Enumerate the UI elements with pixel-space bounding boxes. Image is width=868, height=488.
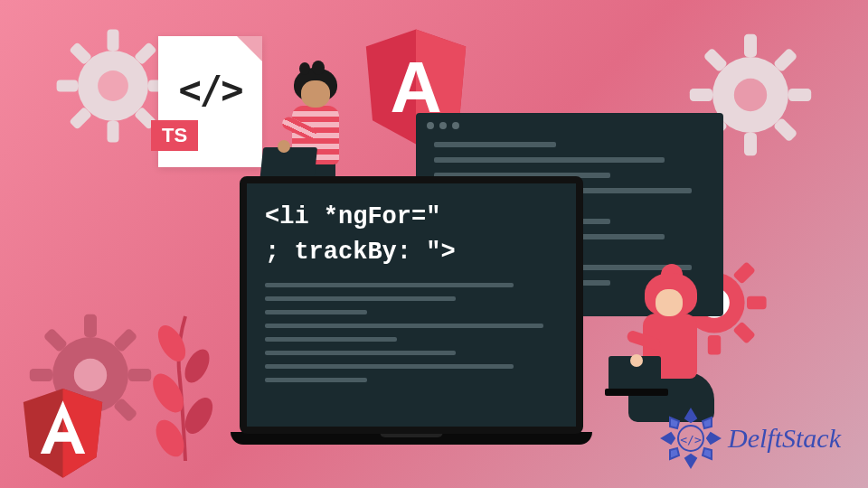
svg-rect-12 xyxy=(744,133,757,155)
svg-point-19 xyxy=(734,79,767,111)
code-line-1: <li *ngFor=" xyxy=(265,200,558,235)
angular-logo-icon xyxy=(20,387,106,477)
svg-rect-3 xyxy=(57,80,78,92)
svg-rect-1 xyxy=(108,30,119,51)
delftstack-brand: </> DelftStack xyxy=(659,407,841,470)
code-bracket-icon: </> xyxy=(179,68,242,112)
svg-rect-21 xyxy=(84,314,97,337)
laptop-base xyxy=(231,432,592,445)
svg-text:</>: </> xyxy=(680,433,702,446)
svg-rect-11 xyxy=(744,34,757,57)
svg-rect-13 xyxy=(690,89,712,101)
typescript-file-icon: </> TS xyxy=(158,36,262,167)
code-snippet: <li *ngFor=" ; trackBy: "> xyxy=(265,200,558,270)
svg-point-43 xyxy=(153,321,192,366)
svg-rect-14 xyxy=(788,89,811,101)
code-line-2: ; trackBy: "> xyxy=(265,235,558,270)
delftstack-text: DelftStack xyxy=(728,423,841,454)
plant-icon xyxy=(145,298,226,461)
illustration-canvas: </> TS A <li *ngFor=" ; trackBy: "> xyxy=(0,0,868,488)
svg-rect-34 xyxy=(747,296,767,309)
code-screen: <li *ngFor=" ; trackBy: "> xyxy=(240,176,583,434)
delftstack-ornament-icon: </> xyxy=(659,407,722,470)
laptop-main: <li *ngFor=" ; trackBy: "> xyxy=(231,176,592,479)
svg-point-9 xyxy=(98,70,128,101)
svg-rect-23 xyxy=(30,369,52,381)
svg-rect-2 xyxy=(108,121,119,142)
ts-badge: TS xyxy=(151,120,198,151)
